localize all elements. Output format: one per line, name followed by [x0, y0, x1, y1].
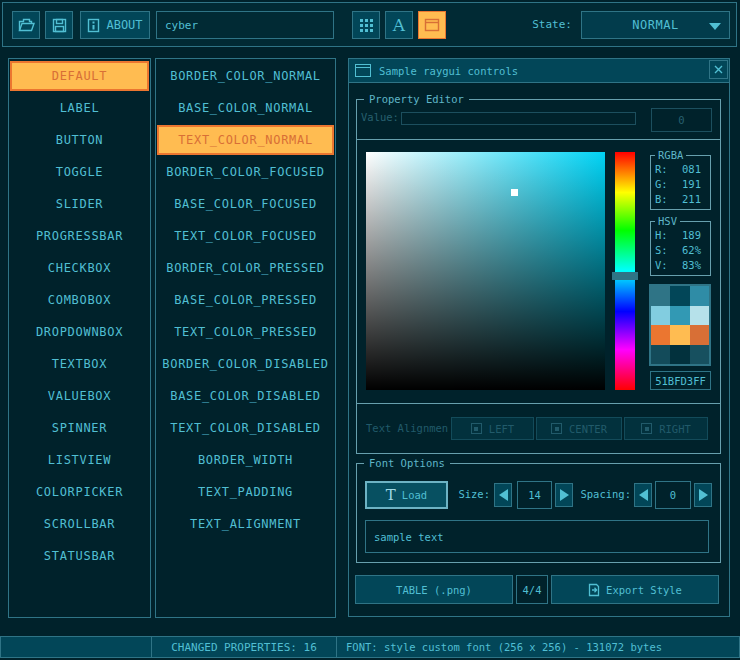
hsv-row: S:62%	[651, 243, 710, 258]
properties-list-item[interactable]: BORDER_WIDTH	[157, 445, 334, 475]
export-style-button[interactable]: Export Style	[551, 575, 719, 604]
controls-list-item[interactable]: VALUEBOX	[10, 381, 149, 411]
properties-list-item[interactable]: BASE_COLOR_NORMAL	[157, 93, 334, 123]
value-spinner[interactable]: 0	[651, 108, 712, 132]
hex-color-value: 51BFD3FF	[655, 375, 706, 387]
font-load-t-icon: T	[386, 488, 396, 503]
font-size-decrease-button[interactable]	[494, 483, 512, 507]
arrow-left-icon	[499, 489, 508, 501]
sample-controls-window: Sample raygui controls Property Editor V…	[348, 58, 730, 617]
rgba-group-label: RGBA	[655, 149, 686, 162]
properties-list-item[interactable]: BASE_COLOR_PRESSED	[157, 285, 334, 315]
hsv-group-label: HSV	[655, 215, 680, 228]
state-dropdown[interactable]: NORMAL	[581, 11, 730, 39]
rgba-group: RGBA R:081 G:191 B:211	[650, 155, 711, 210]
properties-list-item[interactable]: TEXT_COLOR_NORMAL	[157, 125, 334, 155]
state-label: State:	[490, 11, 572, 39]
color-swatch[interactable]	[670, 286, 689, 306]
properties-list-item[interactable]: BORDER_COLOR_FOCUSED	[157, 157, 334, 187]
font-options-group-label: Font Options	[364, 457, 450, 470]
hex-color-box[interactable]: 51BFD3FF	[650, 371, 711, 390]
controls-list-item[interactable]: SPINNER	[10, 413, 149, 443]
window-close-button[interactable]	[709, 60, 728, 79]
color-picker-marker[interactable]	[511, 189, 518, 196]
text-alignment-label: Text Alignmen	[366, 422, 448, 434]
color-swatch[interactable]	[651, 306, 670, 326]
font-view-button[interactable]: A	[385, 11, 413, 39]
sample-text-value: sample text	[374, 531, 444, 543]
controls-list-item[interactable]: COLORPICKER	[10, 477, 149, 507]
properties-list-item[interactable]: BORDER_COLOR_NORMAL	[157, 61, 334, 91]
color-swatch[interactable]	[651, 345, 670, 365]
about-label: ABOUT	[106, 18, 142, 32]
color-swatch[interactable]	[670, 306, 689, 326]
open-style-button[interactable]	[12, 11, 40, 39]
color-swatch[interactable]	[690, 345, 709, 365]
align-center-button[interactable]: CENTER	[536, 417, 622, 440]
color-swatch[interactable]	[670, 345, 689, 365]
properties-list-item[interactable]: TEXT_COLOR_FOCUSED	[157, 221, 334, 251]
font-size-value-box[interactable]: 14	[517, 481, 552, 509]
separator-line	[357, 139, 720, 140]
statusbar-left	[0, 636, 152, 658]
save-icon	[52, 18, 67, 33]
folder-icon	[18, 18, 35, 32]
hue-slider[interactable]	[615, 152, 635, 390]
color-swatch[interactable]	[651, 325, 670, 345]
controls-list-item[interactable]: TOGGLE	[10, 157, 149, 187]
table-png-button[interactable]: TABLE (.png)	[355, 575, 513, 604]
font-load-button[interactable]: T Load	[365, 481, 448, 509]
properties-list-item[interactable]: TEXT_ALIGNMENT	[157, 509, 334, 539]
controls-list-item[interactable]: SLIDER	[10, 189, 149, 219]
value-spinner-value: 0	[678, 114, 684, 126]
controls-list-item[interactable]: STATUSBAR	[10, 541, 149, 571]
controls-list-item[interactable]: DROPDOWNBOX	[10, 317, 149, 347]
controls-list-item[interactable]: DEFAULT	[10, 61, 149, 91]
properties-list-item[interactable]: BASE_COLOR_FOCUSED	[157, 189, 334, 219]
export-icon	[588, 583, 600, 597]
properties-list-item[interactable]: BASE_COLOR_DISABLED	[157, 381, 334, 411]
font-spacing-increase-button[interactable]	[694, 483, 712, 507]
statusbar-font-info: FONT: style custom font (256 x 256) - 13…	[336, 636, 740, 658]
controls-list-item[interactable]: SCROLLBAR	[10, 509, 149, 539]
properties-list-item[interactable]: TEXT_COLOR_PRESSED	[157, 317, 334, 347]
align-right-icon	[641, 423, 652, 434]
style-name-input[interactable]	[156, 11, 334, 39]
hsv-group: HSV H:189 S:62% V:83%	[650, 221, 711, 276]
font-size-increase-button[interactable]	[555, 483, 573, 507]
save-style-button[interactable]	[45, 11, 73, 39]
controls-list-item[interactable]: PROGRESSBAR	[10, 221, 149, 251]
align-left-button[interactable]: LEFT	[451, 417, 534, 440]
color-swatch[interactable]	[670, 325, 689, 345]
statusbar-changed: CHANGED PROPERTIES: 16	[151, 636, 337, 658]
color-swatch[interactable]	[690, 286, 709, 306]
properties-list-item[interactable]: TEXT_PADDING	[157, 477, 334, 507]
controls-view-button[interactable]	[418, 11, 446, 39]
hsv-row: H:189	[651, 228, 710, 243]
controls-list-item[interactable]: CHECKBOX	[10, 253, 149, 283]
hue-slider-handle[interactable]	[612, 272, 638, 280]
controls-list-item[interactable]: BUTTON	[10, 125, 149, 155]
font-spacing-value-box[interactable]: 0	[655, 481, 691, 509]
color-swatch[interactable]	[651, 286, 670, 306]
color-swatch[interactable]	[690, 306, 709, 326]
controls-list-item[interactable]: LABEL	[10, 93, 149, 123]
controls-list-item[interactable]: TEXTBOX	[10, 349, 149, 379]
properties-list-item[interactable]: BORDER_COLOR_DISABLED	[157, 349, 334, 379]
about-button[interactable]: ABOUT	[80, 11, 150, 39]
pages-value-box[interactable]: 4/4	[516, 575, 548, 604]
value-label: Value:	[361, 111, 399, 123]
controls-list-item[interactable]: COMBOBOX	[10, 285, 149, 315]
font-spacing-decrease-button[interactable]	[634, 483, 652, 507]
style-table-view-button[interactable]	[352, 11, 380, 39]
controls-list-item[interactable]: LISTVIEW	[10, 445, 149, 475]
color-picker-panel[interactable]	[366, 152, 605, 390]
align-right-button[interactable]: RIGHT	[624, 417, 708, 440]
align-center-icon	[551, 423, 562, 434]
color-swatch[interactable]	[690, 325, 709, 345]
properties-list-item[interactable]: BORDER_COLOR_PRESSED	[157, 253, 334, 283]
sample-text-box[interactable]: sample text	[365, 520, 709, 553]
font-options-group: Font Options T Load Size: 14 Spacing: 0 …	[356, 463, 721, 563]
properties-list-item[interactable]: TEXT_COLOR_DISABLED	[157, 413, 334, 443]
value-input[interactable]	[401, 112, 636, 125]
